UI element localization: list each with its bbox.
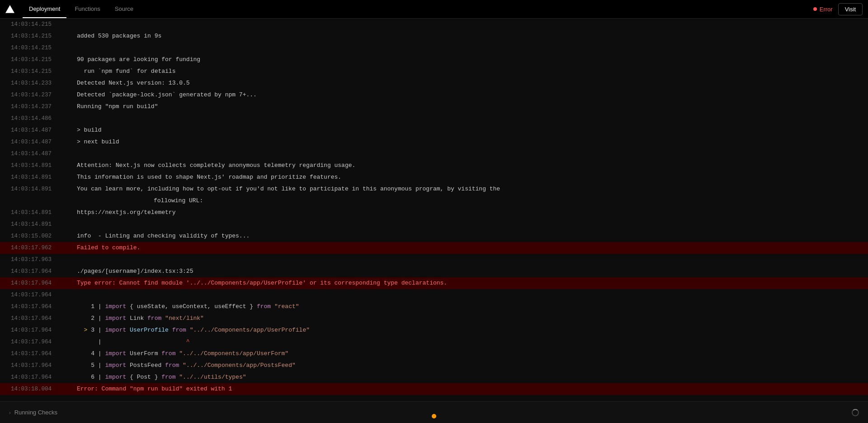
log-timestamp: 14:03:17.964 bbox=[0, 337, 77, 347]
log-line-code: 14:03:17.964 > 3 | import UserProfile fr… bbox=[0, 324, 868, 336]
log-timestamp: 14:03:17.964 bbox=[0, 372, 77, 382]
log-line: 14:03:14.487 bbox=[0, 148, 868, 160]
log-timestamp: 14:03:14.486 bbox=[0, 114, 77, 124]
main-content: 14:03:14.215 14:03:14.215 added 530 pack… bbox=[0, 19, 868, 401]
log-line: 14:03:14.487 > next build bbox=[0, 136, 868, 148]
log-line-error: 14:03:17.964 Type error: Cannot find mod… bbox=[0, 277, 868, 289]
status-dot bbox=[432, 414, 436, 418]
log-timestamp: 14:03:18.004 bbox=[0, 384, 77, 394]
log-text: This information is used to shape Next.j… bbox=[77, 172, 868, 182]
log-timestamp: 14:03:15.002 bbox=[0, 231, 77, 241]
log-line: 14:03:14.891 Attention: Next.js now coll… bbox=[0, 160, 868, 171]
log-text: Running "npm run build" bbox=[77, 102, 868, 112]
visit-button[interactable]: Visit bbox=[838, 3, 863, 15]
log-timestamp: 14:03:14.487 bbox=[0, 149, 77, 159]
log-line: 14:03:14.487 > build bbox=[0, 124, 868, 136]
log-timestamp: 14:03:14.891 bbox=[0, 172, 77, 182]
log-text: 1 | import { useState, useContext, useEf… bbox=[77, 302, 868, 312]
log-timestamp: 14:03:17.964 bbox=[0, 361, 77, 371]
log-text: Type error: Cannot find module '../../Co… bbox=[77, 278, 868, 288]
log-line-error: 14:03:18.004 Error: Command "npm run bui… bbox=[0, 383, 868, 395]
log-text: 5 | import PostsFeed from "../../Compone… bbox=[77, 361, 868, 371]
log-timestamp: 14:03:17.962 bbox=[0, 243, 77, 253]
log-timestamp: 14:03:14.215 bbox=[0, 67, 77, 76]
log-timestamp: 14:03:17.964 bbox=[0, 325, 77, 335]
log-timestamp: 14:03:14.215 bbox=[0, 55, 77, 65]
log-timestamp: 14:03:14.237 bbox=[0, 90, 77, 100]
log-text: 4 | import UserForm from "../../Componen… bbox=[77, 349, 868, 359]
log-text: added 530 packages in 9s bbox=[77, 31, 868, 41]
log-text: Failed to compile. bbox=[77, 243, 868, 253]
log-text: 90 packages are looking for funding bbox=[77, 55, 868, 65]
log-text: info - Linting and checking validity of … bbox=[77, 231, 868, 241]
log-line: 14:03:14.237 Detected `package-lock.json… bbox=[0, 89, 868, 101]
log-line: 14:03:14.486 bbox=[0, 113, 868, 124]
log-timestamp: 14:03:14.215 bbox=[0, 31, 77, 41]
log-timestamp: 14:03:17.964 bbox=[0, 302, 77, 312]
log-timestamp: 14:03:17.964 bbox=[0, 290, 77, 300]
log-timestamp: 14:03:14.233 bbox=[0, 78, 77, 88]
error-badge: Error bbox=[813, 6, 833, 13]
running-checks[interactable]: › Running Checks bbox=[9, 409, 57, 416]
log-timestamp: 14:03:17.964 bbox=[0, 349, 77, 359]
log-line: 14:03:15.002 info - Linting and checking… bbox=[0, 230, 868, 242]
log-text: > next build bbox=[77, 137, 868, 147]
log-line: following URL: bbox=[0, 195, 868, 207]
log-line: 14:03:14.233 Detected Next.js version: 1… bbox=[0, 77, 868, 89]
log-text: You can learn more, including how to opt… bbox=[77, 184, 868, 194]
log-text: 2 | import Link from "next/link" bbox=[77, 314, 868, 323]
log-text: 6 | import { Post } from "../../utils/ty… bbox=[77, 372, 868, 382]
log-timestamp: 14:03:14.891 bbox=[0, 219, 77, 229]
log-timestamp: 14:03:14.215 bbox=[0, 43, 77, 53]
vercel-logo bbox=[5, 5, 14, 14]
log-timestamp: 14:03:14.487 bbox=[0, 137, 77, 147]
log-text: | ^ bbox=[77, 337, 868, 347]
log-timestamp: 14:03:14.237 bbox=[0, 102, 77, 112]
log-timestamp: 14:03:14.487 bbox=[0, 125, 77, 135]
log-line: 14:03:14.215 bbox=[0, 42, 868, 54]
log-line: 14:03:17.963 bbox=[0, 254, 868, 266]
log-timestamp: 14:03:14.891 bbox=[0, 208, 77, 218]
navbar: Deployment Functions Source Error Visit bbox=[0, 0, 868, 19]
log-line: 14:03:14.215 bbox=[0, 19, 868, 30]
running-checks-label: Running Checks bbox=[14, 409, 57, 416]
log-line-code: 14:03:17.964 5 | import PostsFeed from "… bbox=[0, 360, 868, 371]
log-text: run `npm fund` for details bbox=[77, 67, 868, 76]
log-line: 14:03:14.215 90 packages are looking for… bbox=[0, 54, 868, 66]
log-text: Attention: Next.js now collects complete… bbox=[77, 161, 868, 171]
nav-tabs: Deployment Functions Source bbox=[23, 0, 140, 18]
log-text: > build bbox=[77, 125, 868, 135]
log-line-error: 14:03:17.962 Failed to compile. bbox=[0, 242, 868, 254]
log-text: Detected `package-lock.json` generated b… bbox=[77, 90, 868, 100]
log-text: https://nextjs.org/telemetry bbox=[77, 208, 868, 218]
log-line-code: 14:03:17.964 4 | import UserForm from ".… bbox=[0, 348, 868, 360]
log-timestamp: 14:03:17.963 bbox=[0, 255, 77, 265]
log-line: 14:03:14.215 run `npm fund` for details bbox=[0, 66, 868, 77]
tab-functions[interactable]: Functions bbox=[68, 0, 106, 18]
log-line-code: 14:03:17.964 1 | import { useState, useC… bbox=[0, 301, 868, 313]
log-line: 14:03:14.891 You can learn more, includi… bbox=[0, 183, 868, 195]
log-timestamp: 14:03:14.891 bbox=[0, 184, 77, 194]
log-timestamp: 14:03:17.964 bbox=[0, 314, 77, 323]
log-line-code: 14:03:17.964 | ^ bbox=[0, 336, 868, 348]
log-timestamp: 14:03:14.891 bbox=[0, 161, 77, 171]
log-text: Error: Command "npm run build" exited wi… bbox=[77, 384, 868, 394]
log-text: following URL: bbox=[77, 196, 868, 206]
log-container[interactable]: 14:03:14.215 14:03:14.215 added 530 pack… bbox=[0, 19, 868, 401]
log-line-code: 14:03:17.964 6 | import { Post } from ".… bbox=[0, 371, 868, 383]
log-line-code: 14:03:17.964 2 | import Link from "next/… bbox=[0, 313, 868, 324]
log-line: 14:03:17.964 ./pages/[username]/index.ts… bbox=[0, 266, 868, 277]
spinner bbox=[852, 409, 859, 416]
log-text: ./pages/[username]/index.tsx:3:25 bbox=[77, 266, 868, 276]
tab-deployment[interactable]: Deployment bbox=[23, 0, 66, 18]
error-dot bbox=[813, 7, 817, 11]
tab-source[interactable]: Source bbox=[108, 0, 140, 18]
log-line: 14:03:14.891 bbox=[0, 219, 868, 230]
error-label: Error bbox=[820, 6, 833, 13]
log-line: 14:03:17.964 bbox=[0, 289, 868, 301]
log-line: 14:03:14.891 This information is used to… bbox=[0, 171, 868, 183]
log-text: > 3 | import UserProfile from "../../Com… bbox=[77, 325, 868, 335]
log-text: Detected Next.js version: 13.0.5 bbox=[77, 78, 868, 88]
bottom-bar: › Running Checks bbox=[0, 401, 868, 423]
log-line: 14:03:14.215 added 530 packages in 9s bbox=[0, 30, 868, 42]
